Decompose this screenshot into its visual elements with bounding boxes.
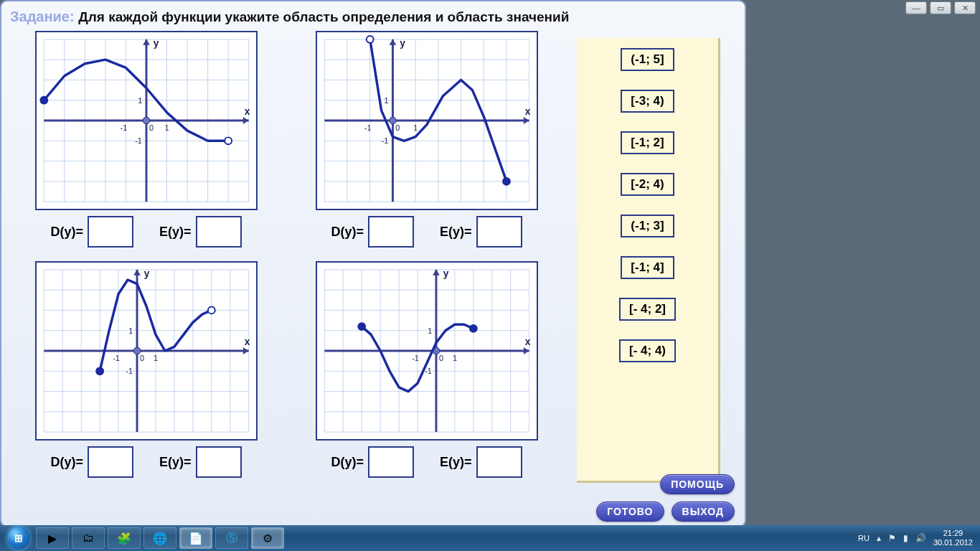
taskbar-item-current[interactable]: ⚙ bbox=[251, 527, 284, 549]
svg-text:-1: -1 bbox=[381, 136, 388, 145]
graphs-grid: 1-11-10xy D(y)= E(y)= 1-11-10xy D(y)= bbox=[10, 31, 562, 483]
graph-cell-4: 1-11-10xy D(y)= E(y)= bbox=[291, 261, 562, 483]
graph-4: 1-11-10xy bbox=[316, 261, 538, 441]
svg-text:0: 0 bbox=[139, 354, 143, 362]
taskbar-item-ie[interactable]: 🌐 bbox=[143, 527, 176, 549]
option-chip[interactable]: [-1; 4] bbox=[621, 256, 674, 279]
flag-icon[interactable]: ⚑ bbox=[888, 533, 896, 543]
svg-point-33 bbox=[225, 137, 232, 144]
svg-text:1: 1 bbox=[452, 354, 456, 362]
range-label: E(y)= bbox=[159, 455, 192, 470]
task-label: Задание: bbox=[10, 9, 75, 24]
maximize-button[interactable]: ▭ bbox=[930, 1, 951, 14]
action-buttons: ПОМОЩЬ ГОТОВО ВЫХОД bbox=[596, 474, 735, 522]
graph-cell-2: 1-11-10xy D(y)= E(y)= bbox=[291, 31, 562, 253]
svg-text:1: 1 bbox=[384, 96, 388, 105]
svg-marker-23 bbox=[143, 39, 150, 45]
svg-point-136 bbox=[469, 325, 476, 332]
range-label: E(y)= bbox=[440, 455, 472, 470]
svg-marker-55 bbox=[523, 117, 529, 124]
taskbar-item-word[interactable]: 📄 bbox=[179, 527, 212, 549]
range-label: E(y)= bbox=[440, 225, 472, 240]
clock[interactable]: 21:29 30.01.2012 bbox=[933, 529, 973, 547]
svg-marker-126 bbox=[433, 270, 440, 276]
graph-2-domain-drop[interactable] bbox=[368, 216, 414, 248]
graph-2: 1-11-10xy bbox=[316, 31, 538, 210]
task-window: Задание: Для каждой функции укажите обла… bbox=[0, 0, 746, 527]
start-button[interactable]: ⊞ bbox=[3, 525, 34, 551]
graph-3-range-drop[interactable] bbox=[196, 446, 242, 478]
graph-1-range-drop[interactable] bbox=[196, 216, 242, 248]
windows-logo-icon: ⊞ bbox=[7, 527, 30, 550]
svg-text:0: 0 bbox=[438, 354, 443, 362]
graph-2-range-drop[interactable] bbox=[476, 216, 522, 248]
option-chip[interactable]: [- 4; 2] bbox=[619, 298, 676, 321]
taskbar: ⊞ ▶ 🗂 🧩 🌐 📄 Ⓢ ⚙ RU ▴ ⚑ ▮ 🔊 21:29 30.01.2… bbox=[0, 525, 980, 551]
svg-text:y: y bbox=[143, 268, 149, 279]
svg-text:-1: -1 bbox=[126, 367, 133, 375]
svg-point-101 bbox=[207, 307, 215, 314]
svg-text:x: x bbox=[244, 106, 250, 117]
taskbar-item-media[interactable]: ▶ bbox=[36, 527, 69, 549]
svg-text:1: 1 bbox=[128, 326, 133, 335]
svg-text:x: x bbox=[244, 336, 250, 347]
svg-text:1: 1 bbox=[164, 123, 169, 132]
option-chip[interactable]: [- 4; 4) bbox=[619, 339, 676, 362]
domain-label: D(y)= bbox=[50, 455, 83, 470]
range-label: E(y)= bbox=[159, 225, 192, 240]
svg-point-65 bbox=[366, 36, 373, 43]
option-chip[interactable]: [-1; 2] bbox=[621, 131, 674, 154]
help-button[interactable]: ПОМОЩЬ bbox=[660, 474, 735, 494]
svg-point-32 bbox=[40, 97, 47, 104]
tray-arrow-icon[interactable]: ▴ bbox=[877, 533, 881, 543]
svg-text:-1: -1 bbox=[135, 136, 142, 145]
taskbar-item-skype[interactable]: Ⓢ bbox=[215, 527, 248, 549]
close-button[interactable]: ✕ bbox=[954, 1, 976, 14]
language-indicator[interactable]: RU bbox=[858, 534, 870, 542]
network-icon[interactable]: ▮ bbox=[903, 533, 908, 543]
volume-icon[interactable]: 🔊 bbox=[915, 533, 926, 543]
svg-marker-125 bbox=[523, 347, 529, 354]
graph-1: 1-11-10xy bbox=[35, 31, 258, 210]
domain-label: D(y)= bbox=[331, 455, 364, 470]
graph-3-domain-drop[interactable] bbox=[88, 446, 133, 478]
svg-text:y: y bbox=[443, 268, 448, 279]
graph-1-domain-drop[interactable] bbox=[88, 216, 133, 248]
exit-button[interactable]: ВЫХОД bbox=[672, 501, 735, 522]
svg-point-100 bbox=[96, 367, 103, 375]
svg-marker-91 bbox=[133, 270, 141, 276]
svg-text:y: y bbox=[400, 38, 405, 49]
graph-4-answers: D(y)= E(y)= bbox=[331, 446, 522, 478]
option-chip[interactable]: [-2; 4) bbox=[621, 173, 674, 196]
system-tray: RU ▴ ⚑ ▮ 🔊 21:29 30.01.2012 bbox=[858, 529, 977, 547]
svg-text:0: 0 bbox=[395, 123, 400, 132]
graph-4-domain-drop[interactable] bbox=[368, 446, 414, 478]
svg-text:1: 1 bbox=[413, 123, 418, 132]
graph-3-svg: 1-11-10xy bbox=[37, 263, 256, 439]
svg-text:1: 1 bbox=[154, 354, 158, 362]
option-chip[interactable]: (-1; 5] bbox=[621, 48, 674, 71]
done-button[interactable]: ГОТОВО bbox=[596, 501, 664, 522]
svg-text:-1: -1 bbox=[113, 354, 120, 362]
svg-text:1: 1 bbox=[138, 96, 142, 105]
taskbar-item-explorer[interactable]: 🗂 bbox=[72, 527, 105, 549]
svg-marker-22 bbox=[242, 117, 248, 124]
background-window-controls: — ▭ ✕ bbox=[905, 1, 976, 14]
taskbar-item-app[interactable]: 🧩 bbox=[108, 527, 141, 549]
clock-time: 21:29 bbox=[933, 529, 973, 538]
domain-label: D(y)= bbox=[50, 225, 83, 240]
option-chip[interactable]: [-3; 4) bbox=[621, 90, 674, 113]
graph-1-svg: 1-11-10xy bbox=[37, 32, 256, 209]
graph-3-answers: D(y)= E(y)= bbox=[50, 446, 241, 478]
option-chip[interactable]: (-1; 3] bbox=[621, 215, 674, 237]
svg-text:y: y bbox=[153, 38, 159, 49]
svg-text:-1: -1 bbox=[425, 367, 432, 375]
graph-4-range-drop[interactable] bbox=[476, 446, 522, 478]
clock-date: 30.01.2012 bbox=[933, 538, 973, 547]
svg-text:-1: -1 bbox=[412, 354, 419, 362]
options-panel: (-1; 5] [-3; 4) [-1; 2] [-2; 4) (-1; 3] … bbox=[577, 38, 720, 483]
minimize-button[interactable]: — bbox=[905, 1, 927, 14]
graph-1-answers: D(y)= E(y)= bbox=[50, 216, 241, 248]
domain-label: D(y)= bbox=[331, 225, 364, 240]
svg-text:-1: -1 bbox=[120, 123, 127, 132]
